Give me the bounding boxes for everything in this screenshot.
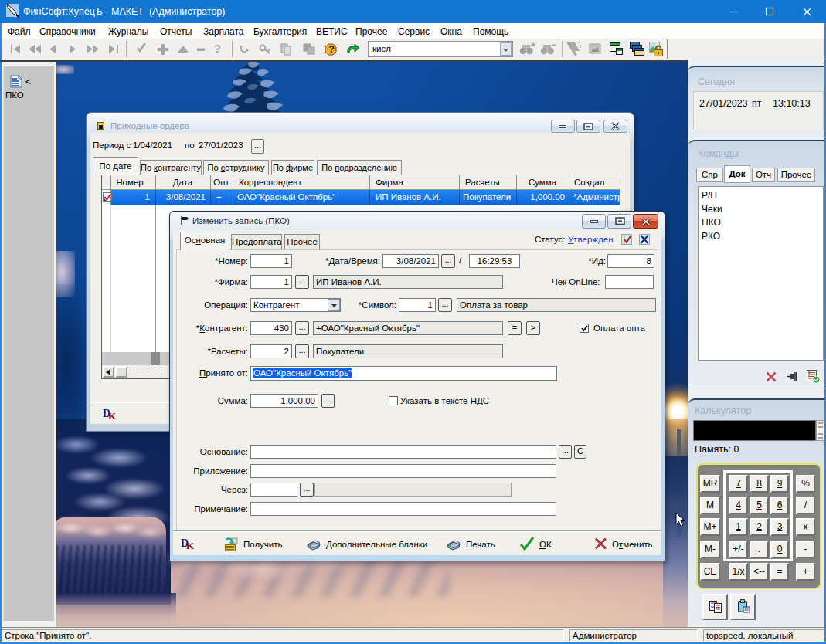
svg-text:?: ? bbox=[329, 44, 335, 55]
svg-text:K: K bbox=[186, 540, 195, 550]
svg-text:K: K bbox=[108, 410, 117, 420]
